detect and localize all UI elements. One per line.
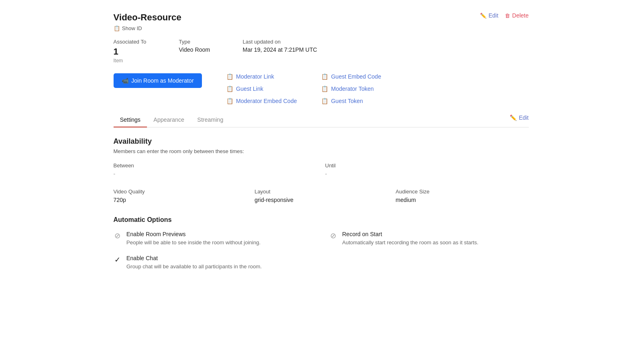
audience-size-field: Audience Size medium [396,189,529,203]
delete-button[interactable]: 🗑 Delete [505,12,528,19]
guest-embed-code[interactable]: 📋 Guest Embed Code [321,73,381,80]
tab-settings[interactable]: Settings [114,112,147,127]
links-col-2: 📋 Guest Embed Code 📋 Moderator Token 📋 G… [321,73,381,104]
guest-token[interactable]: 📋 Guest Token [321,98,381,104]
video-quality-field: Video Quality 720p [114,189,247,203]
copy-icon-5: 📋 [321,86,328,92]
video-quality-label: Video Quality [114,189,247,195]
until-value: - [325,171,529,177]
room-previews-desc: People will be able to see inside the ro… [127,239,261,247]
record-start-text: Record on Start Automatically start reco… [342,231,479,247]
enable-chat-icon: ✓ [114,255,122,264]
availability-section: Availability Members can enter the room … [114,137,529,177]
until-label: Until [325,162,529,169]
tab-streaming[interactable]: Streaming [191,112,230,127]
moderator-embed-code[interactable]: 📋 Moderator Embed Code [226,98,297,104]
guest-link[interactable]: 📋 Guest Link [226,86,297,92]
layout-label: Layout [254,189,388,195]
links-col-1: 📋 Moderator Link 📋 Guest Link 📋 Moderato… [226,73,297,104]
room-previews-text: Enable Room Previews People will be able… [127,231,261,247]
enable-chat-text: Enable Chat Group chat will be available… [127,255,262,271]
associated-to-label: Associated To [114,39,147,45]
auto-options-title: Automatic Options [114,216,529,224]
tabs-bar: Settings Appearance Streaming ✏️ Edit [114,112,529,127]
enable-chat-desc: Group chat will be available to all part… [127,263,262,271]
record-start-desc: Automatically start recording the room a… [342,239,479,247]
copy-icon-2: 📋 [226,86,233,92]
tab-appearance[interactable]: Appearance [147,112,191,127]
show-id-button[interactable]: 📋 Show ID [114,25,142,31]
availability-desc: Members can enter the room only between … [114,148,529,154]
meta-row: Associated To 1 Item Type Video Room Las… [114,39,529,64]
until-field: Until - [325,162,529,177]
room-previews-icon: ⊘ [114,231,122,240]
between-field: Between - [114,162,317,177]
type-field: Type Video Room [179,39,210,64]
associated-to-sub: Item [114,58,147,64]
options-grid: ⊘ Enable Room Previews People will be ab… [114,231,529,270]
auto-options-section: Automatic Options ⊘ Enable Room Previews… [114,216,529,270]
option-record-start: ⊘ Record on Start Automatically start re… [329,231,529,247]
audience-size-value: medium [396,197,529,203]
layout-value: grid-responsive [254,197,388,203]
record-start-icon: ⊘ [329,231,337,240]
option-enable-chat: ✓ Enable Chat Group chat will be availab… [114,255,313,271]
edit-button[interactable]: ✏️ Edit [480,12,498,19]
room-previews-title: Enable Room Previews [127,231,261,237]
copy-icon-3: 📋 [226,98,233,104]
page-title: Video-Resource [114,12,182,23]
record-start-title: Record on Start [342,231,479,237]
layout-field: Layout grid-responsive [254,189,388,203]
availability-title: Availability [114,137,529,146]
associated-to-field: Associated To 1 Item [114,39,147,64]
type-label: Type [179,39,210,45]
between-label: Between [114,162,317,169]
video-quality-value: 720p [114,197,247,203]
associated-to-value: 1 [114,46,147,57]
tab-edit-button[interactable]: ✏️ Edit [510,114,528,125]
last-updated-label: Last updated on [243,39,317,45]
links-area: 📋 Moderator Link 📋 Guest Link 📋 Moderato… [226,73,381,104]
copy-icon-4: 📋 [321,73,328,80]
pencil-icon: ✏️ [480,13,486,19]
video-icon: 📹 [122,77,129,84]
availability-fields: Between - Until - [114,162,529,177]
between-value: - [114,171,317,177]
moderator-link[interactable]: 📋 Moderator Link [226,73,297,80]
join-room-button[interactable]: 📹 Join Room as Moderator [114,73,202,88]
enable-chat-title: Enable Chat [127,255,262,261]
moderator-token[interactable]: 📋 Moderator Token [321,86,381,92]
quality-layout-audience: Video Quality 720p Layout grid-responsiv… [114,189,529,203]
last-updated-field: Last updated on Mar 19, 2024 at 7:21PM U… [243,39,317,64]
copy-icon-6: 📋 [321,98,328,104]
actions-row: 📹 Join Room as Moderator 📋 Moderator Lin… [114,73,529,104]
audience-size-label: Audience Size [396,189,529,195]
id-icon: 📋 [114,25,120,31]
trash-icon: 🗑 [505,13,510,19]
type-value: Video Room [179,46,210,53]
settings-content: Availability Members can enter the room … [114,137,529,270]
option-room-previews: ⊘ Enable Room Previews People will be ab… [114,231,313,247]
copy-icon-1: 📋 [226,73,233,80]
tab-pencil-icon: ✏️ [510,114,517,121]
last-updated-value: Mar 19, 2024 at 7:21PM UTC [243,46,317,53]
